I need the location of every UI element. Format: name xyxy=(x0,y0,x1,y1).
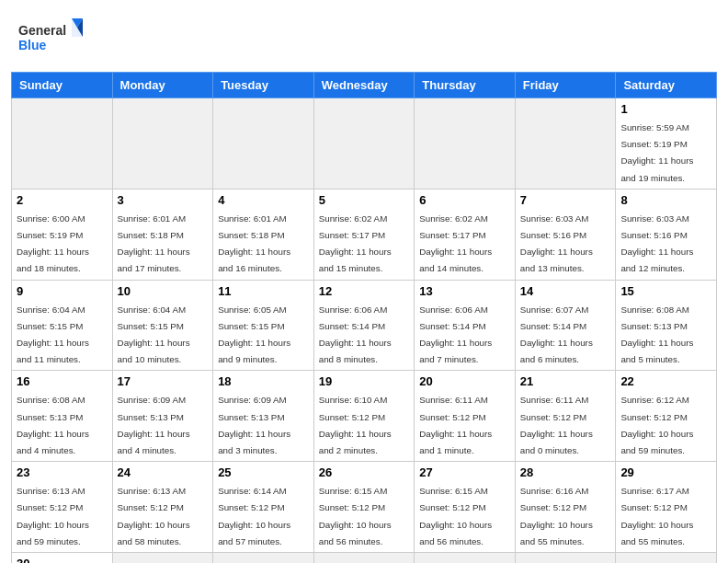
day-info: Sunrise: 6:08 AM Sunset: 5:13 PM Dayligh… xyxy=(620,304,693,365)
day-cell xyxy=(415,98,516,190)
day-info: Sunrise: 6:12 AM Sunset: 5:12 PM Dayligh… xyxy=(620,395,693,455)
day-number: 24 xyxy=(118,465,209,479)
day-number: 11 xyxy=(218,284,309,298)
day-info: Sunrise: 6:11 AM Sunset: 5:12 PM Dayligh… xyxy=(419,395,492,455)
weekday-header-row: SundayMondayTuesdayWednesdayThursdayFrid… xyxy=(12,73,717,98)
day-info: Sunrise: 6:02 AM Sunset: 5:17 PM Dayligh… xyxy=(419,213,492,274)
weekday-header-friday: Friday xyxy=(515,73,616,98)
day-info: Sunrise: 6:06 AM Sunset: 5:14 PM Dayligh… xyxy=(419,304,492,365)
day-cell: 2Sunrise: 6:00 AM Sunset: 5:19 PM Daylig… xyxy=(12,189,113,280)
day-number: 26 xyxy=(319,465,410,479)
day-cell xyxy=(213,553,314,563)
day-number: 25 xyxy=(218,465,309,479)
day-cell: 1Sunrise: 5:59 AM Sunset: 5:19 PM Daylig… xyxy=(616,98,717,190)
day-info: Sunrise: 6:00 AM Sunset: 5:19 PM Dayligh… xyxy=(17,213,89,274)
day-number: 7 xyxy=(520,193,611,207)
day-info: Sunrise: 6:06 AM Sunset: 5:14 PM Dayligh… xyxy=(319,304,392,365)
day-number: 3 xyxy=(118,193,209,207)
day-cell xyxy=(213,98,314,190)
day-cell xyxy=(515,98,616,190)
day-info: Sunrise: 6:13 AM Sunset: 5:12 PM Dayligh… xyxy=(17,486,89,546)
logo-svg: General Blue xyxy=(18,17,83,63)
day-cell: 6Sunrise: 6:02 AM Sunset: 5:17 PM Daylig… xyxy=(415,189,516,280)
day-number: 10 xyxy=(118,284,209,298)
day-info: Sunrise: 6:13 AM Sunset: 5:12 PM Dayligh… xyxy=(118,486,190,546)
week-row-1: 2Sunrise: 6:00 AM Sunset: 5:19 PM Daylig… xyxy=(12,189,717,280)
day-cell xyxy=(415,553,516,563)
calendar-wrapper: SundayMondayTuesdayWednesdayThursdayFrid… xyxy=(0,72,728,563)
day-cell: 15Sunrise: 6:08 AM Sunset: 5:13 PM Dayli… xyxy=(616,280,717,371)
day-number: 16 xyxy=(17,374,108,388)
day-cell: 18Sunrise: 6:09 AM Sunset: 5:13 PM Dayli… xyxy=(213,371,314,462)
day-number: 14 xyxy=(520,284,611,298)
weekday-header-tuesday: Tuesday xyxy=(213,73,314,98)
weekday-header-monday: Monday xyxy=(112,73,213,98)
day-cell: 28Sunrise: 6:16 AM Sunset: 5:12 PM Dayli… xyxy=(515,462,616,553)
day-cell xyxy=(112,553,213,563)
day-info: Sunrise: 5:59 AM Sunset: 5:19 PM Dayligh… xyxy=(620,122,693,183)
day-number: 22 xyxy=(620,374,711,388)
day-cell xyxy=(313,98,415,190)
week-row-0: 1Sunrise: 5:59 AM Sunset: 5:19 PM Daylig… xyxy=(12,98,717,190)
day-info: Sunrise: 6:16 AM Sunset: 5:12 PM Dayligh… xyxy=(520,486,593,546)
weekday-header-saturday: Saturday xyxy=(616,73,717,98)
day-cell xyxy=(313,553,415,563)
calendar-table: SundayMondayTuesdayWednesdayThursdayFrid… xyxy=(11,72,717,563)
day-number: 23 xyxy=(17,465,108,479)
day-cell: 29Sunrise: 6:17 AM Sunset: 5:12 PM Dayli… xyxy=(616,462,717,553)
day-number: 12 xyxy=(319,284,410,298)
day-number: 27 xyxy=(419,465,510,479)
day-info: Sunrise: 6:09 AM Sunset: 5:13 PM Dayligh… xyxy=(218,395,290,455)
day-number: 9 xyxy=(17,284,108,298)
week-row-3: 16Sunrise: 6:08 AM Sunset: 5:13 PM Dayli… xyxy=(12,371,717,462)
day-cell: 25Sunrise: 6:14 AM Sunset: 5:12 PM Dayli… xyxy=(213,462,314,553)
day-number: 4 xyxy=(218,193,309,207)
day-cell: 30Sunrise: 6:17 AM Sunset: 5:12 PM Dayli… xyxy=(12,553,113,563)
day-cell: 20Sunrise: 6:11 AM Sunset: 5:12 PM Dayli… xyxy=(415,371,516,462)
day-number: 18 xyxy=(218,374,309,388)
day-cell: 8Sunrise: 6:03 AM Sunset: 5:16 PM Daylig… xyxy=(616,189,717,280)
weekday-header-thursday: Thursday xyxy=(415,73,516,98)
day-number: 15 xyxy=(620,284,711,298)
day-cell: 5Sunrise: 6:02 AM Sunset: 5:17 PM Daylig… xyxy=(313,189,415,280)
day-info: Sunrise: 6:14 AM Sunset: 5:12 PM Dayligh… xyxy=(218,486,290,546)
day-cell: 27Sunrise: 6:15 AM Sunset: 5:12 PM Dayli… xyxy=(415,462,516,553)
day-number: 5 xyxy=(319,193,410,207)
day-number: 2 xyxy=(17,193,108,207)
day-cell xyxy=(616,553,717,563)
day-info: Sunrise: 6:09 AM Sunset: 5:13 PM Dayligh… xyxy=(118,395,190,455)
day-number: 20 xyxy=(419,374,510,388)
day-number: 21 xyxy=(520,374,611,388)
day-cell: 10Sunrise: 6:04 AM Sunset: 5:15 PM Dayli… xyxy=(112,280,213,371)
day-info: Sunrise: 6:05 AM Sunset: 5:15 PM Dayligh… xyxy=(218,304,290,365)
day-cell: 23Sunrise: 6:13 AM Sunset: 5:12 PM Dayli… xyxy=(12,462,113,553)
day-cell: 14Sunrise: 6:07 AM Sunset: 5:14 PM Dayli… xyxy=(515,280,616,371)
week-row-5: 30Sunrise: 6:17 AM Sunset: 5:12 PM Dayli… xyxy=(12,553,717,563)
day-number: 19 xyxy=(319,374,410,388)
logo: General Blue xyxy=(18,17,92,63)
day-info: Sunrise: 6:10 AM Sunset: 5:12 PM Dayligh… xyxy=(319,395,392,455)
day-number: 6 xyxy=(419,193,510,207)
day-cell: 24Sunrise: 6:13 AM Sunset: 5:12 PM Dayli… xyxy=(112,462,213,553)
day-info: Sunrise: 6:15 AM Sunset: 5:12 PM Dayligh… xyxy=(419,486,492,546)
svg-text:Blue: Blue xyxy=(18,38,47,52)
day-cell: 11Sunrise: 6:05 AM Sunset: 5:15 PM Dayli… xyxy=(213,280,314,371)
svg-text:General: General xyxy=(18,23,66,38)
page: General Blue SundayMondayTuesdayWednesda… xyxy=(0,0,728,563)
day-number: 17 xyxy=(118,374,209,388)
header: General Blue xyxy=(0,0,728,72)
day-cell xyxy=(515,553,616,563)
day-cell xyxy=(112,98,213,190)
day-info: Sunrise: 6:04 AM Sunset: 5:15 PM Dayligh… xyxy=(17,304,89,365)
day-info: Sunrise: 6:11 AM Sunset: 5:12 PM Dayligh… xyxy=(520,395,593,455)
day-number: 1 xyxy=(620,102,711,116)
week-row-2: 9Sunrise: 6:04 AM Sunset: 5:15 PM Daylig… xyxy=(12,280,717,371)
day-info: Sunrise: 6:04 AM Sunset: 5:15 PM Dayligh… xyxy=(118,304,190,365)
day-cell: 13Sunrise: 6:06 AM Sunset: 5:14 PM Dayli… xyxy=(415,280,516,371)
day-info: Sunrise: 6:08 AM Sunset: 5:13 PM Dayligh… xyxy=(17,395,89,455)
day-info: Sunrise: 6:03 AM Sunset: 5:16 PM Dayligh… xyxy=(520,213,593,274)
day-number: 30 xyxy=(17,557,108,563)
day-info: Sunrise: 6:17 AM Sunset: 5:12 PM Dayligh… xyxy=(620,486,693,546)
week-row-4: 23Sunrise: 6:13 AM Sunset: 5:12 PM Dayli… xyxy=(12,462,717,553)
day-number: 8 xyxy=(620,193,711,207)
